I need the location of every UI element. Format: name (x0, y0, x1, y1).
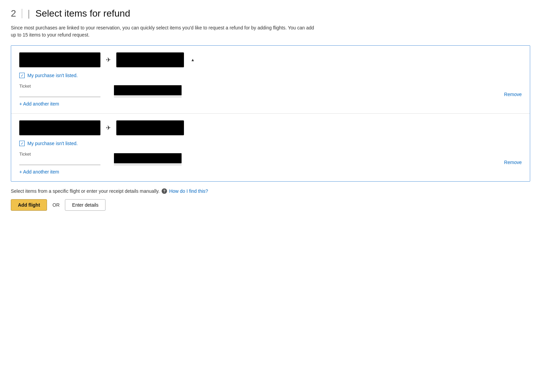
purchase-not-listed-checkbox-2[interactable]: ✓ (19, 141, 25, 146)
item-amount-value-2-1 (114, 153, 182, 163)
purchase-not-listed-checkbox-1[interactable]: ✓ (19, 73, 25, 78)
flight-destination-2 (116, 120, 184, 135)
flight-row-1: ✈ ▲ (19, 52, 522, 67)
flight-origin-2 (19, 120, 100, 135)
buttons-row: Add flight OR Enter details (11, 199, 530, 211)
purchase-not-listed-2: ✓ My purchase isn't listed. (19, 141, 522, 146)
flight-row-2: ✈ (19, 120, 522, 135)
actions-row-2: + Add another item (19, 169, 522, 175)
item-amount-field-2-1 (114, 153, 182, 165)
flight-section-2: ✈ ✓ My purchase isn't listed. Ticket (11, 114, 530, 181)
instruction-text: Select items from a specific flight or e… (11, 188, 160, 194)
purchase-not-listed-1: ✓ My purchase isn't listed. (19, 73, 522, 78)
item-amount-value-1-1 (114, 85, 182, 95)
purchase-not-listed-label-2: My purchase isn't listed. (27, 141, 78, 146)
remove-button-2[interactable]: Remove (504, 160, 522, 165)
flight-destination-1 (116, 52, 184, 67)
step-number: 2 (11, 9, 22, 18)
dropdown-arrow-icon-1[interactable]: ▲ (191, 57, 195, 62)
bottom-instruction: Select items from a specific flight or e… (11, 188, 530, 194)
page-title: Select items for refund (36, 8, 130, 19)
page-description: Since most purchases are linked to your … (11, 24, 315, 39)
help-icon[interactable]: ? (162, 188, 167, 194)
items-and-remove-1: Ticket Remove (19, 84, 522, 97)
flight-origin-1 (19, 52, 100, 67)
add-another-item-button-1[interactable]: + Add another item (19, 101, 59, 107)
item-type-label-1-1: Ticket (19, 84, 100, 89)
item-amount-field-1-1 (114, 85, 182, 97)
page-container: 2 | Select items for refund Since most p… (11, 8, 530, 211)
item-type-label-2-1: Ticket (19, 152, 100, 157)
item-type-input-2-1[interactable] (19, 158, 100, 165)
step-separator: | (28, 8, 30, 19)
add-another-item-button-2[interactable]: + Add another item (19, 169, 59, 175)
items-and-remove-2: Ticket Remove (19, 152, 522, 165)
bottom-section: Select items from a specific flight or e… (11, 188, 530, 211)
item-type-field-1-1: Ticket (19, 84, 100, 97)
page-header: 2 | Select items for refund (11, 8, 530, 19)
add-flight-button[interactable]: Add flight (11, 199, 47, 211)
how-do-i-link[interactable]: How do I find this? (169, 188, 208, 194)
items-fields-group-2: Ticket (19, 152, 182, 165)
or-text: OR (52, 202, 60, 208)
item-type-field-2-1: Ticket (19, 152, 100, 165)
flight-arrow-icon-1: ✈ (106, 56, 111, 64)
item-type-input-1-1[interactable] (19, 90, 100, 97)
purchase-not-listed-label-1: My purchase isn't listed. (27, 73, 78, 78)
remove-button-1[interactable]: Remove (504, 92, 522, 97)
actions-row-1: + Add another item (19, 101, 522, 107)
flight-arrow-icon-2: ✈ (106, 124, 111, 132)
flights-container: ✈ ▲ ✓ My purchase isn't listed. Ticket (11, 45, 530, 182)
enter-details-button[interactable]: Enter details (65, 199, 105, 211)
items-fields-group-1: Ticket (19, 84, 182, 97)
flight-section-1: ✈ ▲ ✓ My purchase isn't listed. Ticket (11, 46, 530, 114)
